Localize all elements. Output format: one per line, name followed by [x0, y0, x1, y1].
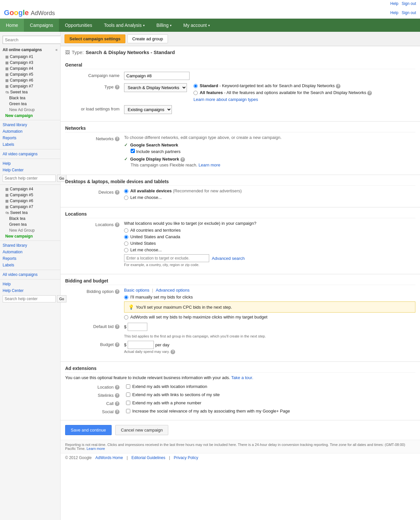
type-label: Type ? — [65, 83, 124, 89]
us-radio[interactable] — [124, 241, 128, 246]
nav-billing[interactable]: Billing ▾ — [151, 19, 177, 32]
sidebar-campaign-3[interactable]: ▦ Campaign #3 — [0, 60, 60, 66]
sidebar-campaign-1[interactable]: ▦ Campaign #1 — [0, 54, 60, 60]
sidebar-help-center[interactable]: Help Center — [0, 167, 60, 173]
sidebar-automation-2[interactable]: Automation — [0, 249, 60, 255]
nav-tools[interactable]: Tools and Analysis ▾ — [98, 19, 150, 32]
nav-campaigns[interactable]: Campaigns — [24, 19, 59, 32]
all-devices-radio[interactable] — [124, 189, 128, 193]
sidebar-campaign-5b[interactable]: ▦ Campaign #5 — [0, 192, 60, 198]
header-help-link[interactable]: Help — [390, 10, 398, 15]
flexible-reach-learn-more[interactable]: Learn more — [198, 163, 220, 167]
footer-editorial-link[interactable]: Editorial Guidelines — [132, 455, 165, 460]
budget-help-icon[interactable]: ? — [115, 342, 119, 347]
nav-home[interactable]: Home — [0, 19, 24, 32]
nav-account[interactable]: My account ▾ — [177, 19, 216, 32]
advanced-options-link[interactable]: Advanced options — [156, 288, 190, 293]
nav-opportunities[interactable]: Opportunities — [59, 19, 98, 32]
all-features-radio[interactable] — [193, 91, 198, 95]
sidebar-new-ad-group[interactable]: New Ad Group — [0, 107, 60, 113]
sidebar-campaign-4[interactable]: ▦ Campaign #4 — [0, 66, 60, 71]
sidebar-green-tea[interactable]: Green tea — [0, 101, 60, 107]
campaign-name-input[interactable] — [124, 72, 190, 80]
default-bid-input[interactable] — [128, 323, 147, 331]
advanced-search-link[interactable]: Advanced search — [212, 256, 245, 261]
cancel-new-campaign-button[interactable]: Cancel new campaign — [115, 425, 168, 435]
bidding-help-icon[interactable]: ? — [115, 289, 119, 294]
location-search-input[interactable] — [124, 254, 209, 262]
sidebar-shared-library-2[interactable]: Shared library — [0, 242, 60, 249]
display-help-icon[interactable]: ? — [180, 157, 185, 162]
signout-link[interactable]: Sign out — [402, 1, 416, 6]
location-ext-checkbox[interactable] — [126, 384, 130, 389]
sidebar-campaign-6[interactable]: ▦ Campaign #6 — [0, 77, 60, 83]
social-ext-help-icon[interactable]: ? — [115, 410, 119, 414]
sidebar-automation[interactable]: Automation — [0, 128, 60, 135]
locations-help-icon[interactable]: ? — [115, 222, 119, 227]
footer-adwords-home-link[interactable]: AdWords Home — [95, 455, 123, 460]
sitelinks-ext-help-icon[interactable]: ? — [115, 393, 119, 398]
sidebar-green-tea-2[interactable]: Green tea — [0, 221, 60, 227]
let-me-choose-location-radio[interactable] — [124, 248, 128, 252]
tab-create-ad-group[interactable]: Create ad group — [127, 34, 168, 43]
type-help-icon[interactable]: ? — [115, 85, 119, 89]
existing-campaigns-dropdown[interactable]: Existing campaigns — [124, 105, 172, 114]
sidebar-search-input[interactable] — [3, 36, 62, 44]
sidebar-campaign-7[interactable]: ▦ Campaign #7 — [0, 83, 60, 89]
standard-help-icon[interactable]: ? — [336, 84, 340, 88]
basic-options-link[interactable]: Basic options — [124, 288, 149, 293]
sidebar-labels-2[interactable]: Labels — [0, 262, 60, 268]
sidebar-reports-2[interactable]: Reports — [0, 255, 60, 262]
sidebar-campaign-6b[interactable]: ▦ Campaign #6 — [0, 198, 60, 204]
call-ext-checkbox[interactable] — [126, 401, 130, 405]
social-ext-checkbox[interactable] — [126, 409, 130, 413]
sidebar-sweet-tea-2[interactable]: 🛍 Sweet tea — [0, 210, 60, 216]
sidebar-help-search-input[interactable] — [3, 175, 56, 182]
sidebar-labels[interactable]: Labels — [0, 141, 60, 148]
tab-select-campaign-settings[interactable]: Select campaign settings — [64, 34, 125, 43]
sidebar-reports[interactable]: Reports — [0, 135, 60, 141]
type-dropdown[interactable]: Search & Display Networks — [124, 83, 187, 92]
help-link[interactable]: Help — [390, 1, 398, 6]
sidebar-help[interactable]: Help — [0, 160, 60, 167]
sidebar-all-video[interactable]: All video campaigns — [0, 151, 60, 157]
footer-learn-more-link[interactable]: Learn more — [86, 447, 105, 451]
adwords-bid-radio[interactable] — [124, 315, 128, 319]
budget-input[interactable] — [128, 341, 154, 349]
footer-privacy-link[interactable]: Privacy Policy — [174, 455, 198, 460]
us-canada-radio[interactable] — [124, 235, 128, 239]
sidebar-collapse-icon[interactable]: « — [55, 48, 58, 52]
sitelinks-ext-checkbox[interactable] — [126, 393, 130, 397]
actual-daily-help-icon[interactable]: ? — [171, 350, 175, 354]
sidebar-sweet-tea[interactable]: 🛍 Sweet tea — [0, 89, 60, 95]
sidebar-all-video-2[interactable]: All video campaigns — [0, 271, 60, 278]
learn-more-campaign-types-link[interactable]: Learn more about campaign types — [193, 97, 258, 102]
sidebar-new-campaign-2[interactable]: New campaign — [0, 233, 60, 239]
sidebar-campaign-7b[interactable]: ▦ Campaign #7 — [0, 204, 60, 210]
save-and-continue-button[interactable]: Save and continue — [65, 425, 112, 435]
locations-section-title: Locations — [65, 211, 415, 218]
all-features-help-icon[interactable]: ? — [367, 91, 372, 95]
sidebar-black-tea-2[interactable]: Black tea — [0, 216, 60, 221]
location-ext-help-icon[interactable]: ? — [115, 385, 119, 390]
networks-help-icon[interactable]: ? — [115, 137, 119, 141]
sidebar-new-ad-group-2[interactable]: New Ad Group — [0, 227, 60, 233]
sidebar-help-search-input-2[interactable] — [3, 295, 56, 302]
sidebar-black-tea[interactable]: Black tea — [0, 95, 60, 101]
all-countries-radio[interactable] — [124, 228, 128, 233]
sidebar-shared-library[interactable]: Shared library — [0, 122, 60, 128]
standard-radio[interactable] — [193, 84, 198, 88]
sidebar-campaign-5[interactable]: ▦ Campaign #5 — [0, 71, 60, 77]
manual-bid-radio[interactable] — [124, 295, 128, 299]
sidebar-help-center-2[interactable]: Help Center — [0, 287, 60, 294]
let-me-choose-devices-radio[interactable] — [124, 196, 128, 200]
sidebar-help-2[interactable]: Help — [0, 281, 60, 287]
default-bid-help-icon[interactable]: ? — [115, 324, 119, 329]
take-tour-link[interactable]: Take a tour. — [231, 375, 253, 380]
header-signout-link[interactable]: Sign out — [402, 10, 416, 15]
call-ext-help-icon[interactable]: ? — [115, 401, 119, 406]
sidebar-new-campaign[interactable]: New campaign — [0, 113, 60, 119]
sidebar-campaign-4b[interactable]: ▦ Campaign #4 — [0, 186, 60, 192]
include-partners-checkbox[interactable] — [131, 149, 135, 153]
devices-help-icon[interactable]: ? — [115, 190, 119, 195]
